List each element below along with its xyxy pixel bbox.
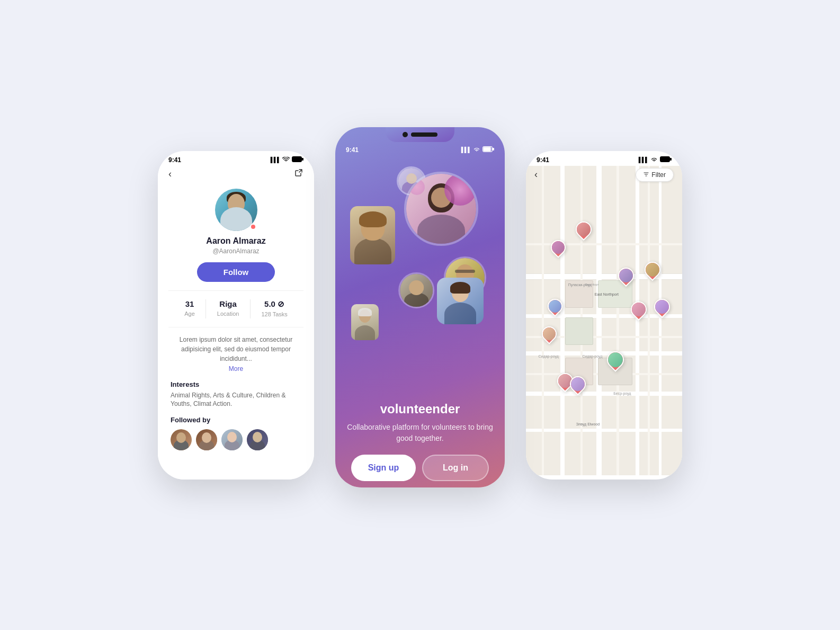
vol-photo-5 [398, 272, 434, 308]
follower-avatar-2 [196, 429, 217, 450]
signup-button[interactable]: Sign up [351, 455, 416, 481]
volunteer-photos [346, 161, 494, 396]
vol-photo-6 [437, 278, 484, 324]
phone2-content: volunteender Collaborative platform for … [335, 156, 505, 487]
bio-section: Lorem ipsum dolor sit amet, consectetur … [158, 327, 314, 373]
bio-text: Lorem ipsum dolor sit amet, consectetur … [171, 335, 301, 363]
interests-title: Interests [171, 380, 301, 388]
svg-rect-5 [660, 156, 670, 162]
login-button[interactable]: Log in [422, 455, 489, 481]
status-icons-3: ▌▌▌ [639, 156, 672, 164]
user-handle: @AaronAlmaraz [212, 247, 259, 255]
map-pin-5 [548, 299, 562, 314]
stat-location-label: Location [217, 310, 239, 317]
stat-tasks: 5.0 ⊘ 128 Tasks [261, 299, 287, 318]
time-3: 9:41 [537, 156, 549, 164]
phone3-content: Пулаcки-роуд East Northport Бос Норт Сид… [526, 166, 682, 475]
notch-1 [204, 151, 268, 164]
wifi-icon-3 [650, 156, 658, 164]
phones-container: 9:41 ▌▌▌ ‹ [137, 111, 703, 519]
wifi-icon-1 [282, 156, 290, 164]
map-pin-8 [542, 326, 557, 341]
follower-avatar-3 [221, 429, 243, 450]
follower-avatar-1 [171, 429, 192, 450]
follow-button[interactable]: Follow [197, 262, 275, 282]
interests-text: Animal Rights, Arts & Culture, Children … [171, 391, 301, 409]
map-nav: ‹ Filter [526, 166, 682, 186]
profile-avatar-section: Aaron Almaraz @AaronAlmaraz Follow [158, 184, 314, 290]
filter-icon [644, 171, 649, 179]
status-icons-2: ▌▌▌ [461, 146, 494, 154]
stat-location: Riga Location [217, 299, 239, 318]
notch-3 [573, 151, 636, 164]
map-pin-11 [570, 376, 586, 392]
follower-avatar-4 [247, 429, 268, 450]
map-overlay: ‹ Filter [526, 166, 682, 475]
svg-rect-3 [484, 147, 491, 151]
svg-rect-1 [302, 158, 303, 161]
followers-list [171, 429, 301, 450]
phone-profile: 9:41 ▌▌▌ ‹ [158, 151, 314, 480]
time-2: 9:41 [346, 146, 359, 154]
online-status-dot [250, 224, 256, 230]
avatar-wrapper [215, 189, 257, 231]
p1-nav: ‹ [158, 166, 314, 184]
svg-rect-6 [670, 158, 672, 161]
map-pin-6 [631, 301, 647, 317]
stat-divider-2 [250, 299, 251, 318]
followed-section: Followed by [158, 409, 314, 450]
map-pin-1 [576, 221, 592, 237]
filter-label: Filter [651, 171, 666, 179]
signal-icon-1: ▌▌▌ [271, 157, 280, 163]
vol-photo-2 [404, 172, 478, 246]
map-pin-2 [551, 240, 566, 255]
signal-icon-3: ▌▌▌ [639, 157, 648, 163]
interests-section: Interests Animal Rights, Arts & Culture,… [158, 373, 314, 409]
share-icon-1[interactable] [294, 168, 303, 180]
more-link[interactable]: More [229, 365, 243, 372]
map-pin-4 [645, 262, 660, 278]
user-name: Aaron Almaraz [206, 236, 265, 246]
phone-map: 9:41 ▌▌▌ [526, 151, 682, 480]
avatar-body [220, 207, 252, 231]
status-icons-1: ▌▌▌ [271, 156, 303, 164]
stats-row: 31 Age Riga Location 5.0 ⊘ 128 Tasks [168, 290, 303, 327]
map-pin-3 [618, 268, 634, 283]
battery-icon-2 [482, 146, 494, 154]
app-desc: Collaborative platform for volunteers to… [346, 422, 494, 444]
stat-age-label: Age [184, 310, 195, 317]
wifi-icon-2 [473, 146, 480, 154]
battery-icon-1 [292, 156, 303, 164]
back-button-1[interactable]: ‹ [168, 168, 172, 180]
stat-tasks-value: 5.0 ⊘ [261, 299, 287, 309]
svg-rect-4 [493, 148, 494, 150]
stat-location-value: Riga [217, 299, 239, 308]
stat-age-value: 31 [184, 299, 195, 308]
battery-icon-3 [660, 156, 672, 164]
stat-tasks-label: 128 Tasks [261, 311, 287, 317]
stat-divider-1 [205, 299, 206, 318]
phone1-content: ‹ Aaron Almaraz @AaronAlmaraz Follow [158, 166, 314, 480]
map-pin-7 [654, 299, 670, 315]
action-buttons: Sign up Log in [346, 455, 494, 486]
phone-volunteer: 9:41 ▌▌▌ [335, 127, 505, 487]
vol-photo-3 [350, 206, 395, 264]
volunteer-text-section: volunteender Collaborative platform for … [346, 396, 494, 455]
time-1: 9:41 [168, 156, 181, 164]
filter-button[interactable]: Filter [636, 168, 674, 182]
followed-by-title: Followed by [171, 416, 301, 424]
map-pin-9 [607, 351, 624, 368]
vol-photo-7 [351, 304, 379, 340]
stat-age: 31 Age [184, 299, 195, 318]
home-indicator-3 [526, 475, 682, 480]
app-name: volunteender [346, 402, 494, 416]
map-back-button[interactable]: ‹ [534, 169, 538, 180]
signal-icon-2: ▌▌▌ [461, 147, 471, 153]
svg-rect-0 [292, 156, 302, 162]
